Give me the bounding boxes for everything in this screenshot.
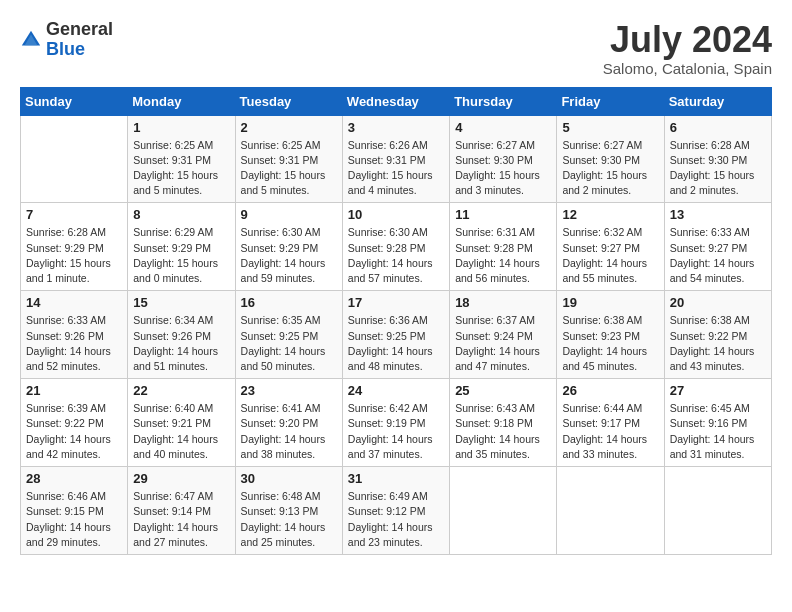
weekday-header-thursday: Thursday [450,87,557,115]
day-number: 31 [348,471,444,486]
day-number: 19 [562,295,658,310]
calendar-cell: 30Sunrise: 6:48 AMSunset: 9:13 PMDayligh… [235,467,342,555]
day-number: 9 [241,207,337,222]
calendar-cell: 23Sunrise: 6:41 AMSunset: 9:20 PMDayligh… [235,379,342,467]
day-number: 18 [455,295,551,310]
day-number: 27 [670,383,766,398]
calendar-cell [557,467,664,555]
calendar-cell: 31Sunrise: 6:49 AMSunset: 9:12 PMDayligh… [342,467,449,555]
day-number: 13 [670,207,766,222]
calendar-cell: 3Sunrise: 6:26 AMSunset: 9:31 PMDaylight… [342,115,449,203]
calendar-cell [664,467,771,555]
day-number: 26 [562,383,658,398]
day-info: Sunrise: 6:33 AMSunset: 9:27 PMDaylight:… [670,225,766,286]
month-year-title: July 2024 [603,20,772,60]
day-number: 16 [241,295,337,310]
calendar-cell: 16Sunrise: 6:35 AMSunset: 9:25 PMDayligh… [235,291,342,379]
day-number: 15 [133,295,229,310]
logo-icon [20,29,42,51]
calendar-cell: 15Sunrise: 6:34 AMSunset: 9:26 PMDayligh… [128,291,235,379]
day-number: 22 [133,383,229,398]
day-number: 8 [133,207,229,222]
day-number: 10 [348,207,444,222]
calendar-cell: 14Sunrise: 6:33 AMSunset: 9:26 PMDayligh… [21,291,128,379]
day-info: Sunrise: 6:34 AMSunset: 9:26 PMDaylight:… [133,313,229,374]
calendar-cell: 4Sunrise: 6:27 AMSunset: 9:30 PMDaylight… [450,115,557,203]
weekday-header-sunday: Sunday [21,87,128,115]
day-number: 23 [241,383,337,398]
day-number: 5 [562,120,658,135]
day-info: Sunrise: 6:25 AMSunset: 9:31 PMDaylight:… [133,138,229,199]
day-number: 30 [241,471,337,486]
weekday-header-monday: Monday [128,87,235,115]
day-info: Sunrise: 6:33 AMSunset: 9:26 PMDaylight:… [26,313,122,374]
day-number: 2 [241,120,337,135]
day-info: Sunrise: 6:28 AMSunset: 9:29 PMDaylight:… [26,225,122,286]
day-info: Sunrise: 6:39 AMSunset: 9:22 PMDaylight:… [26,401,122,462]
day-number: 17 [348,295,444,310]
calendar-cell: 5Sunrise: 6:27 AMSunset: 9:30 PMDaylight… [557,115,664,203]
day-number: 11 [455,207,551,222]
day-info: Sunrise: 6:43 AMSunset: 9:18 PMDaylight:… [455,401,551,462]
day-number: 25 [455,383,551,398]
weekday-header-friday: Friday [557,87,664,115]
calendar-cell: 26Sunrise: 6:44 AMSunset: 9:17 PMDayligh… [557,379,664,467]
calendar-cell: 17Sunrise: 6:36 AMSunset: 9:25 PMDayligh… [342,291,449,379]
calendar-week-row: 21Sunrise: 6:39 AMSunset: 9:22 PMDayligh… [21,379,772,467]
calendar-cell: 24Sunrise: 6:42 AMSunset: 9:19 PMDayligh… [342,379,449,467]
day-number: 1 [133,120,229,135]
day-info: Sunrise: 6:44 AMSunset: 9:17 PMDaylight:… [562,401,658,462]
calendar-cell [21,115,128,203]
calendar-cell: 13Sunrise: 6:33 AMSunset: 9:27 PMDayligh… [664,203,771,291]
calendar-week-row: 14Sunrise: 6:33 AMSunset: 9:26 PMDayligh… [21,291,772,379]
page-header: General Blue July 2024 Salomo, Catalonia… [20,20,772,77]
day-number: 6 [670,120,766,135]
day-info: Sunrise: 6:35 AMSunset: 9:25 PMDaylight:… [241,313,337,374]
calendar-cell: 6Sunrise: 6:28 AMSunset: 9:30 PMDaylight… [664,115,771,203]
day-info: Sunrise: 6:40 AMSunset: 9:21 PMDaylight:… [133,401,229,462]
day-info: Sunrise: 6:47 AMSunset: 9:14 PMDaylight:… [133,489,229,550]
day-info: Sunrise: 6:29 AMSunset: 9:29 PMDaylight:… [133,225,229,286]
calendar-table: SundayMondayTuesdayWednesdayThursdayFrid… [20,87,772,555]
logo-blue-text: Blue [46,39,85,59]
day-info: Sunrise: 6:25 AMSunset: 9:31 PMDaylight:… [241,138,337,199]
day-info: Sunrise: 6:32 AMSunset: 9:27 PMDaylight:… [562,225,658,286]
calendar-cell: 12Sunrise: 6:32 AMSunset: 9:27 PMDayligh… [557,203,664,291]
day-number: 29 [133,471,229,486]
day-info: Sunrise: 6:38 AMSunset: 9:23 PMDaylight:… [562,313,658,374]
day-number: 7 [26,207,122,222]
day-info: Sunrise: 6:30 AMSunset: 9:29 PMDaylight:… [241,225,337,286]
day-info: Sunrise: 6:42 AMSunset: 9:19 PMDaylight:… [348,401,444,462]
calendar-cell: 28Sunrise: 6:46 AMSunset: 9:15 PMDayligh… [21,467,128,555]
day-info: Sunrise: 6:26 AMSunset: 9:31 PMDaylight:… [348,138,444,199]
logo-general-text: General [46,19,113,39]
calendar-cell: 18Sunrise: 6:37 AMSunset: 9:24 PMDayligh… [450,291,557,379]
day-number: 21 [26,383,122,398]
calendar-cell: 20Sunrise: 6:38 AMSunset: 9:22 PMDayligh… [664,291,771,379]
day-number: 12 [562,207,658,222]
day-number: 20 [670,295,766,310]
day-info: Sunrise: 6:28 AMSunset: 9:30 PMDaylight:… [670,138,766,199]
calendar-week-row: 28Sunrise: 6:46 AMSunset: 9:15 PMDayligh… [21,467,772,555]
calendar-cell [450,467,557,555]
location-subtitle: Salomo, Catalonia, Spain [603,60,772,77]
calendar-cell: 1Sunrise: 6:25 AMSunset: 9:31 PMDaylight… [128,115,235,203]
calendar-cell: 8Sunrise: 6:29 AMSunset: 9:29 PMDaylight… [128,203,235,291]
calendar-cell: 2Sunrise: 6:25 AMSunset: 9:31 PMDaylight… [235,115,342,203]
day-info: Sunrise: 6:41 AMSunset: 9:20 PMDaylight:… [241,401,337,462]
calendar-cell: 25Sunrise: 6:43 AMSunset: 9:18 PMDayligh… [450,379,557,467]
calendar-cell: 27Sunrise: 6:45 AMSunset: 9:16 PMDayligh… [664,379,771,467]
calendar-cell: 19Sunrise: 6:38 AMSunset: 9:23 PMDayligh… [557,291,664,379]
day-info: Sunrise: 6:49 AMSunset: 9:12 PMDaylight:… [348,489,444,550]
logo: General Blue [20,20,113,60]
day-info: Sunrise: 6:27 AMSunset: 9:30 PMDaylight:… [455,138,551,199]
title-block: July 2024 Salomo, Catalonia, Spain [603,20,772,77]
day-number: 28 [26,471,122,486]
calendar-cell: 29Sunrise: 6:47 AMSunset: 9:14 PMDayligh… [128,467,235,555]
day-number: 24 [348,383,444,398]
weekday-header-wednesday: Wednesday [342,87,449,115]
weekday-header-saturday: Saturday [664,87,771,115]
day-info: Sunrise: 6:46 AMSunset: 9:15 PMDaylight:… [26,489,122,550]
day-info: Sunrise: 6:45 AMSunset: 9:16 PMDaylight:… [670,401,766,462]
calendar-cell: 10Sunrise: 6:30 AMSunset: 9:28 PMDayligh… [342,203,449,291]
